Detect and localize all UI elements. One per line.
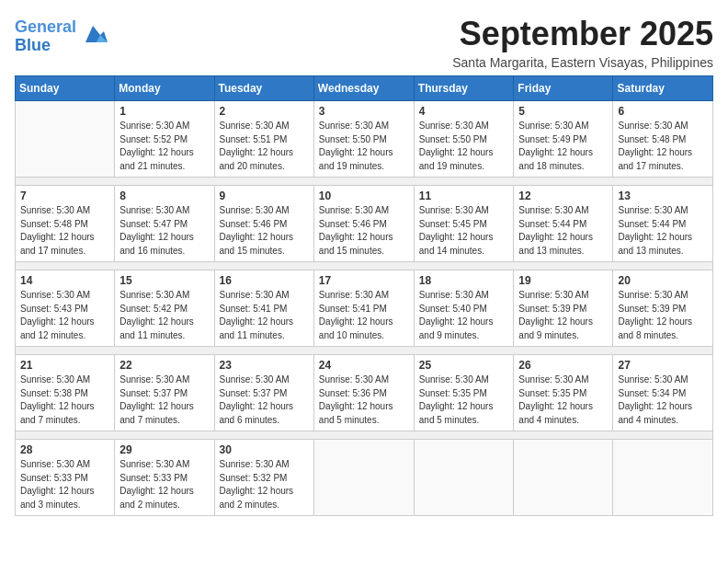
calendar-header-row: SundayMondayTuesdayWednesdayThursdayFrid… — [16, 76, 713, 101]
day-number: 24 — [319, 359, 409, 372]
day-info: Sunrise: 5:30 AM Sunset: 5:36 PM Dayligh… — [319, 373, 409, 427]
calendar-table: SundayMondayTuesdayWednesdayThursdayFrid… — [15, 75, 713, 516]
day-info: Sunrise: 5:30 AM Sunset: 5:45 PM Dayligh… — [419, 204, 509, 258]
calendar-cell: 30Sunrise: 5:30 AM Sunset: 5:32 PM Dayli… — [214, 440, 313, 516]
calendar-cell: 2Sunrise: 5:30 AM Sunset: 5:51 PM Daylig… — [214, 101, 313, 178]
day-info: Sunrise: 5:30 AM Sunset: 5:48 PM Dayligh… — [618, 120, 708, 173]
day-info: Sunrise: 5:30 AM Sunset: 5:39 PM Dayligh… — [618, 289, 708, 342]
day-info: Sunrise: 5:30 AM Sunset: 5:50 PM Dayligh… — [419, 120, 509, 173]
calendar-cell: 23Sunrise: 5:30 AM Sunset: 5:37 PM Dayli… — [214, 355, 313, 431]
day-number: 1 — [119, 105, 209, 118]
calendar-week-row: 7Sunrise: 5:30 AM Sunset: 5:48 PM Daylig… — [16, 186, 713, 262]
calendar-cell: 16Sunrise: 5:30 AM Sunset: 5:41 PM Dayli… — [214, 270, 313, 347]
day-info: Sunrise: 5:30 AM Sunset: 5:32 PM Dayligh… — [220, 458, 309, 511]
day-number: 22 — [119, 359, 209, 372]
day-number: 25 — [419, 359, 509, 372]
day-info: Sunrise: 5:30 AM Sunset: 5:46 PM Dayligh… — [220, 204, 309, 258]
week-separator — [16, 431, 713, 440]
day-number: 3 — [319, 105, 409, 118]
week-separator — [16, 178, 713, 186]
day-info: Sunrise: 5:30 AM Sunset: 5:33 PM Dayligh… — [20, 458, 109, 511]
day-number: 20 — [618, 274, 708, 287]
day-info: Sunrise: 5:30 AM Sunset: 5:43 PM Dayligh… — [20, 289, 109, 342]
day-info: Sunrise: 5:30 AM Sunset: 5:49 PM Dayligh… — [518, 120, 608, 173]
month-title: September 2025 — [452, 15, 713, 53]
day-info: Sunrise: 5:30 AM Sunset: 5:33 PM Dayligh… — [119, 458, 209, 511]
day-info: Sunrise: 5:30 AM Sunset: 5:48 PM Dayligh… — [20, 204, 109, 258]
day-number: 19 — [518, 274, 608, 287]
day-info: Sunrise: 5:30 AM Sunset: 5:51 PM Dayligh… — [220, 120, 309, 173]
day-number: 23 — [220, 359, 309, 372]
calendar-cell: 20Sunrise: 5:30 AM Sunset: 5:39 PM Dayli… — [613, 270, 713, 347]
day-info: Sunrise: 5:30 AM Sunset: 5:37 PM Dayligh… — [119, 373, 209, 427]
calendar-cell: 9Sunrise: 5:30 AM Sunset: 5:46 PM Daylig… — [214, 186, 313, 262]
calendar-cell — [16, 101, 115, 178]
week-separator — [16, 347, 713, 355]
calendar-day-header: Wednesday — [313, 76, 414, 101]
calendar-cell: 24Sunrise: 5:30 AM Sunset: 5:36 PM Dayli… — [313, 355, 414, 431]
calendar-cell: 26Sunrise: 5:30 AM Sunset: 5:35 PM Dayli… — [514, 355, 613, 431]
day-number: 30 — [220, 443, 309, 456]
day-number: 2 — [220, 105, 309, 118]
calendar-cell: 25Sunrise: 5:30 AM Sunset: 5:35 PM Dayli… — [414, 355, 514, 431]
calendar-cell: 12Sunrise: 5:30 AM Sunset: 5:44 PM Dayli… — [514, 186, 613, 262]
logo: General Blue — [15, 18, 108, 55]
calendar-cell — [414, 440, 514, 516]
calendar-cell: 10Sunrise: 5:30 AM Sunset: 5:46 PM Dayli… — [313, 186, 414, 262]
day-number: 17 — [319, 274, 409, 287]
day-number: 26 — [518, 359, 608, 372]
calendar-cell: 29Sunrise: 5:30 AM Sunset: 5:33 PM Dayli… — [115, 440, 214, 516]
day-info: Sunrise: 5:30 AM Sunset: 5:34 PM Dayligh… — [618, 373, 708, 427]
day-info: Sunrise: 5:30 AM Sunset: 5:39 PM Dayligh… — [518, 289, 608, 342]
day-info: Sunrise: 5:30 AM Sunset: 5:47 PM Dayligh… — [119, 204, 209, 258]
calendar-cell: 5Sunrise: 5:30 AM Sunset: 5:49 PM Daylig… — [514, 101, 613, 178]
day-number: 4 — [419, 105, 509, 118]
day-number: 9 — [220, 190, 309, 202]
calendar-cell: 11Sunrise: 5:30 AM Sunset: 5:45 PM Dayli… — [414, 186, 514, 262]
calendar-cell: 15Sunrise: 5:30 AM Sunset: 5:42 PM Dayli… — [115, 270, 214, 347]
logo-line2: Blue — [15, 36, 51, 54]
day-number: 14 — [20, 274, 109, 287]
day-info: Sunrise: 5:30 AM Sunset: 5:52 PM Dayligh… — [119, 120, 209, 173]
calendar-cell: 27Sunrise: 5:30 AM Sunset: 5:34 PM Dayli… — [613, 355, 713, 431]
day-info: Sunrise: 5:30 AM Sunset: 5:44 PM Dayligh… — [618, 204, 708, 258]
calendar-week-row: 28Sunrise: 5:30 AM Sunset: 5:33 PM Dayli… — [16, 440, 713, 516]
calendar-cell: 19Sunrise: 5:30 AM Sunset: 5:39 PM Dayli… — [514, 270, 613, 347]
calendar-day-header: Saturday — [613, 76, 713, 101]
calendar-cell — [613, 440, 713, 516]
day-number: 16 — [220, 274, 309, 287]
day-number: 28 — [20, 443, 109, 456]
day-number: 5 — [518, 105, 608, 118]
day-info: Sunrise: 5:30 AM Sunset: 5:46 PM Dayligh… — [319, 204, 409, 258]
calendar-cell: 17Sunrise: 5:30 AM Sunset: 5:41 PM Dayli… — [313, 270, 414, 347]
calendar-cell: 13Sunrise: 5:30 AM Sunset: 5:44 PM Dayli… — [613, 186, 713, 262]
day-number: 29 — [119, 443, 209, 456]
day-info: Sunrise: 5:30 AM Sunset: 5:50 PM Dayligh… — [319, 120, 409, 173]
calendar-cell: 14Sunrise: 5:30 AM Sunset: 5:43 PM Dayli… — [16, 270, 115, 347]
day-number: 21 — [20, 359, 109, 372]
logo-icon — [78, 22, 108, 48]
day-number: 13 — [618, 190, 708, 202]
day-number: 11 — [419, 190, 509, 202]
page-header: General Blue September 2025 Santa Margar… — [15, 15, 713, 70]
day-number: 27 — [618, 359, 708, 372]
day-info: Sunrise: 5:30 AM Sunset: 5:37 PM Dayligh… — [220, 373, 309, 427]
day-number: 18 — [419, 274, 509, 287]
calendar-cell: 6Sunrise: 5:30 AM Sunset: 5:48 PM Daylig… — [613, 101, 713, 178]
day-number: 7 — [20, 190, 109, 202]
day-info: Sunrise: 5:30 AM Sunset: 5:42 PM Dayligh… — [119, 289, 209, 342]
calendar-cell: 8Sunrise: 5:30 AM Sunset: 5:47 PM Daylig… — [115, 186, 214, 262]
calendar-cell: 7Sunrise: 5:30 AM Sunset: 5:48 PM Daylig… — [16, 186, 115, 262]
calendar-cell: 1Sunrise: 5:30 AM Sunset: 5:52 PM Daylig… — [115, 101, 214, 178]
day-info: Sunrise: 5:30 AM Sunset: 5:35 PM Dayligh… — [518, 373, 608, 427]
day-info: Sunrise: 5:30 AM Sunset: 5:41 PM Dayligh… — [319, 289, 409, 342]
calendar-cell: 3Sunrise: 5:30 AM Sunset: 5:50 PM Daylig… — [313, 101, 414, 178]
calendar-cell: 18Sunrise: 5:30 AM Sunset: 5:40 PM Dayli… — [414, 270, 514, 347]
day-number: 15 — [119, 274, 209, 287]
day-number: 12 — [518, 190, 608, 202]
calendar-cell: 28Sunrise: 5:30 AM Sunset: 5:33 PM Dayli… — [16, 440, 115, 516]
calendar-day-header: Thursday — [414, 76, 514, 101]
calendar-week-row: 1Sunrise: 5:30 AM Sunset: 5:52 PM Daylig… — [16, 101, 713, 178]
day-info: Sunrise: 5:30 AM Sunset: 5:38 PM Dayligh… — [20, 373, 109, 427]
calendar-cell: 22Sunrise: 5:30 AM Sunset: 5:37 PM Dayli… — [115, 355, 214, 431]
